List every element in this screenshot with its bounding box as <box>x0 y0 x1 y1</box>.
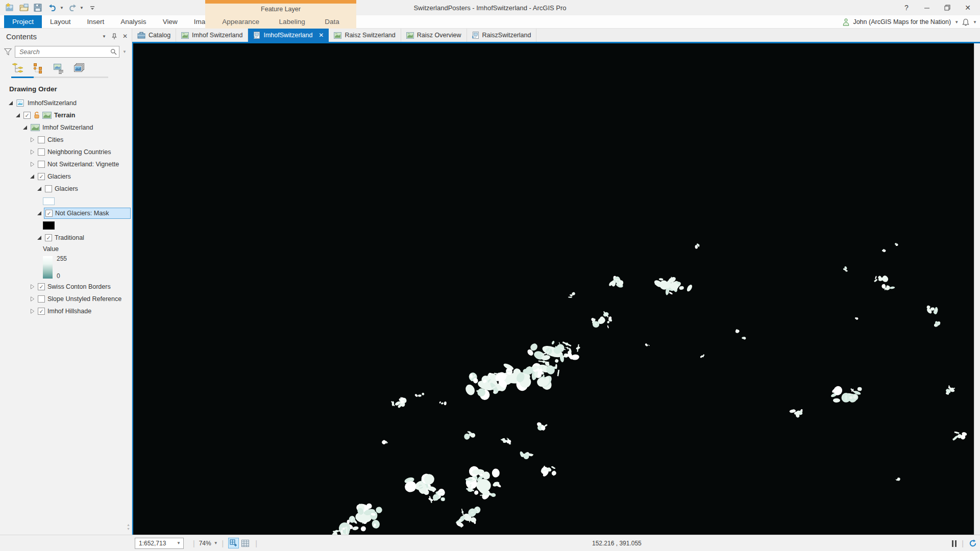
user-label[interactable]: John (ArcGIS Maps for the Nation) <box>853 18 951 26</box>
layer-row-body[interactable]: ✓Terrain <box>22 110 132 121</box>
expander-expanded-icon[interactable] <box>36 235 42 241</box>
value-gradient-ramp[interactable] <box>43 256 53 279</box>
scale-caret-icon[interactable]: ▼ <box>177 541 181 545</box>
ribbon-collapse-chevron-icon[interactable]: ▼ <box>973 20 977 24</box>
search-input[interactable] <box>19 48 110 56</box>
ribbon-tab-appearance[interactable]: Appearance <box>221 16 260 27</box>
list-by-snapshot-button[interactable] <box>72 62 86 75</box>
ribbon-tab-data[interactable]: Data <box>324 16 340 27</box>
layer-checkbox-unchecked[interactable] <box>38 161 45 168</box>
layer-row-body[interactable]: Imhof Switzerland <box>30 122 132 133</box>
tree-scroll-arrows[interactable]: ▲▼ <box>127 523 130 531</box>
layer-label: Terrain <box>54 112 75 119</box>
expander-collapsed-icon[interactable] <box>29 284 35 290</box>
ribbon-tab-view[interactable]: View <box>155 15 186 28</box>
search-options-caret-icon[interactable]: ▼ <box>122 49 127 54</box>
legend-swatch-black <box>0 219 132 232</box>
ribbon-tab-analysis[interactable]: Analysis <box>112 15 154 28</box>
expander-expanded-icon[interactable] <box>21 125 28 131</box>
glaciers-legend-swatch[interactable] <box>43 197 55 205</box>
layer-row-body[interactable]: ✓Glaciers <box>37 171 132 182</box>
magnification-caret-icon[interactable]: ▼ <box>214 541 218 545</box>
mask-legend-swatch[interactable] <box>43 221 55 230</box>
pane-close-icon[interactable]: ✕ <box>122 33 128 40</box>
layer-checkbox-checked[interactable]: ✓ <box>45 234 52 241</box>
pause-drawing-button[interactable] <box>952 540 957 547</box>
map-scale-combo[interactable]: 1:652,713 ▼ <box>135 538 184 549</box>
layer-checkbox-unchecked[interactable] <box>38 136 45 143</box>
expander-expanded-icon[interactable] <box>36 211 42 216</box>
filter-funnel-icon[interactable] <box>4 48 12 56</box>
add-overlay-button[interactable] <box>228 538 239 548</box>
ribbon-tab-insert[interactable]: Insert <box>79 15 113 28</box>
layer-row-body[interactable]: Slope Unstyled Reference <box>37 293 132 305</box>
view-tab-imhof-switzerland[interactable]: Imhof Switzerland <box>176 29 248 42</box>
redo-dropdown-caret-icon[interactable]: ▼ <box>80 6 84 10</box>
customize-qat-button[interactable] <box>87 2 98 13</box>
layer-row-body[interactable]: ✓Swiss Conton Borders <box>37 281 132 292</box>
selected-layer-row[interactable]: ✓Not Glaciers: Mask <box>44 208 131 219</box>
ribbon-tab-project[interactable]: Project <box>4 15 42 28</box>
expander-collapsed-icon[interactable] <box>29 137 35 143</box>
ribbon-tab-layout[interactable]: Layout <box>42 15 79 28</box>
layer-row-body[interactable]: Not Switzerland: Vignette <box>37 159 132 170</box>
view-tab-close-icon[interactable]: ✕ <box>318 32 324 39</box>
view-tab-raisz-overview[interactable]: Raisz Overview <box>401 29 467 42</box>
expander-expanded-icon[interactable] <box>14 113 21 118</box>
layer-checkbox-unchecked[interactable] <box>45 185 52 192</box>
view-tab-raisz-switzerland[interactable]: Raisz Switzerland <box>329 29 401 42</box>
layer-row-body[interactable]: Glaciers <box>44 183 132 194</box>
undo-dropdown-caret-icon[interactable]: ▼ <box>60 6 64 10</box>
redo-button[interactable] <box>67 2 78 13</box>
customize-qat-icon <box>89 5 95 11</box>
refresh-icon[interactable] <box>969 539 977 547</box>
layer-checkbox-checked[interactable]: ✓ <box>23 112 31 119</box>
layer-row-body[interactable]: Cities <box>37 134 132 145</box>
view-tab-raiszswitzerland[interactable]: RaiszSwitzerland <box>467 29 537 42</box>
layer-row-body[interactable]: ✓Imhof Hillshade <box>37 306 132 317</box>
redo-icon <box>68 4 77 12</box>
ribbon-tab-labeling[interactable]: Labeling <box>278 16 306 27</box>
layer-checkbox-unchecked[interactable] <box>38 295 45 303</box>
layer-checkbox-checked[interactable]: ✓ <box>38 283 45 290</box>
window-title: SwitzerlandPosters - ImhofSwitzerland - … <box>0 4 980 12</box>
view-tab-imhofswitzerland[interactable]: ImhofSwitzerland✕ <box>248 29 329 42</box>
list-by-drawing-order-button[interactable] <box>11 62 24 75</box>
user-menu-caret-icon[interactable]: ▼ <box>954 20 959 24</box>
open-table-button[interactable] <box>240 538 251 548</box>
save-project-button[interactable] <box>33 2 44 13</box>
layer-checkbox-checked[interactable]: ✓ <box>45 210 53 217</box>
expander-expanded-icon[interactable] <box>7 101 14 106</box>
layer-row-body[interactable]: ImhofSwitzerland <box>15 97 132 109</box>
pane-menu-caret-icon[interactable]: ▼ <box>102 34 106 39</box>
list-by-selection-button[interactable] <box>52 62 65 75</box>
map-canvas[interactable] <box>133 43 974 535</box>
layer-checkbox-checked[interactable]: ✓ <box>38 173 45 180</box>
close-button[interactable]: ✕ <box>958 1 978 15</box>
map-view[interactable] <box>132 43 980 535</box>
view-tab-catalog[interactable]: Catalog <box>132 29 176 42</box>
search-icon[interactable] <box>110 48 117 55</box>
notifications-bell-icon[interactable] <box>962 18 969 26</box>
expander-collapsed-icon[interactable] <box>29 296 35 302</box>
new-project-button[interactable] <box>4 2 15 13</box>
help-button[interactable]: ? <box>896 1 917 15</box>
layer-checkbox-unchecked[interactable] <box>38 148 45 156</box>
pin-icon[interactable] <box>111 33 117 40</box>
expander-collapsed-icon[interactable] <box>29 149 35 155</box>
expander-expanded-icon[interactable] <box>29 174 35 180</box>
minimize-button[interactable] <box>917 1 937 15</box>
layer-label: Glaciers <box>47 173 71 180</box>
layer-row-body[interactable]: Neighboring Countries <box>37 146 132 158</box>
expander-collapsed-icon[interactable] <box>29 162 35 167</box>
open-project-button[interactable] <box>18 2 30 13</box>
layer-checkbox-checked[interactable]: ✓ <box>38 308 45 315</box>
undo-button[interactable] <box>47 2 58 13</box>
expander-collapsed-icon[interactable] <box>29 309 35 314</box>
restore-button[interactable] <box>937 1 958 15</box>
layer-row-body[interactable]: ✓Traditional <box>44 232 132 243</box>
expander-expanded-icon[interactable] <box>36 186 42 192</box>
list-by-source-button[interactable] <box>32 62 45 75</box>
tree-row-neighboring-countries: Neighboring Countries <box>0 146 132 158</box>
magnification-combo[interactable]: 74% ▼ <box>199 540 218 547</box>
